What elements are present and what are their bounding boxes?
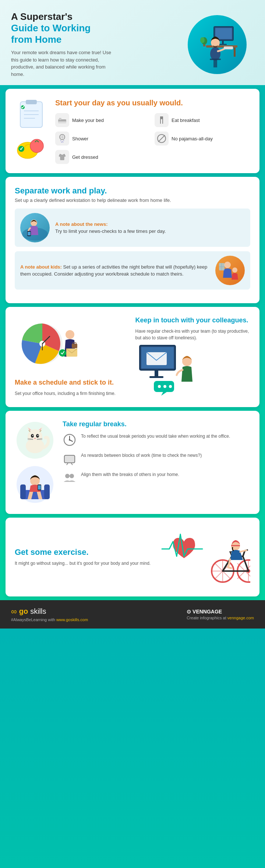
schedule-illustration <box>15 316 85 371</box>
svg-rect-3 <box>222 41 224 44</box>
svg-rect-87 <box>20 484 26 499</box>
section3-inner: Make a schedule and stick to it. Set you… <box>15 316 250 398</box>
item-make-bed-label: Make your bed <box>72 118 104 123</box>
header-title-line1: A Superstar's <box>11 11 180 22</box>
svg-rect-91 <box>38 485 41 490</box>
svg-point-69 <box>158 385 161 388</box>
section2-subtitle: Set up a clearly defined workstation to … <box>15 197 250 203</box>
break-item-3: Align them with the breaks of others in … <box>63 471 250 485</box>
svg-point-39 <box>61 142 62 143</box>
header-title-line2: Guide to Working <box>11 22 180 34</box>
svg-point-95 <box>69 439 70 441</box>
svg-point-14 <box>200 37 205 43</box>
svg-point-48 <box>232 267 237 273</box>
section1-card: Start your day as you usually would. Mak… <box>6 89 259 173</box>
note-news-label: A note about the news: <box>55 221 108 227</box>
svg-line-42 <box>158 135 165 142</box>
svg-point-47 <box>224 262 231 268</box>
section3-card: Make a schedule and stick to it. Set you… <box>6 307 259 407</box>
item-make-bed: Make your bed <box>55 113 151 127</box>
note-kids-label: A note about kids: <box>20 264 62 270</box>
section2-card: Separate work and play. Set up a clearly… <box>6 177 259 303</box>
section4-inner: Take regular breaks. To reflect the usua… <box>15 420 250 505</box>
note-news-box: A note about the news: Try to limit your… <box>15 209 250 247</box>
item-eat-breakfast-label: Eat breakfast <box>172 118 200 123</box>
svg-point-40 <box>63 142 63 143</box>
footer: ∞ go skills #AlwaysBeLearning with www.g… <box>0 600 265 629</box>
note-kids-text: A note about kids: Set up a series of ac… <box>20 263 210 278</box>
footer-logo: ∞ go skills <box>11 607 88 616</box>
svg-point-7 <box>210 47 220 60</box>
item-shower: Shower <box>55 132 151 146</box>
section3-right: Keep in touch with your colleagues. Have… <box>135 316 251 398</box>
footer-create-url[interactable]: venngage.com <box>227 616 254 620</box>
svg-rect-10 <box>210 59 221 60</box>
fork-knife-icon <box>155 113 169 127</box>
section2-title: Separate work and play. <box>15 186 250 196</box>
item-no-pajamas: No pajamas-all-day <box>155 132 250 146</box>
section5-title: Get some exercise. <box>15 547 151 557</box>
items-grid: Make your bed Eat breakfast Shower <box>55 113 250 164</box>
svg-point-37 <box>62 141 63 142</box>
section3-schedule-title: Make a schedule and stick to it. <box>15 378 130 387</box>
note-kids-image <box>215 256 245 285</box>
svg-rect-17 <box>26 100 37 104</box>
footer-tagline-url[interactable]: www.goskills.com <box>56 617 88 622</box>
cat-illustration <box>15 420 55 461</box>
item-no-pajamas-label: No pajamas-all-day <box>172 136 213 141</box>
section3-colleagues-title: Keep in touch with your colleagues. <box>135 316 251 325</box>
footer-go: go <box>19 607 28 616</box>
header-subtitle: Your remote work dreams have come true! … <box>11 49 114 78</box>
svg-rect-88 <box>44 484 50 499</box>
section4-content: Take regular breaks. To reflect the usua… <box>63 420 250 505</box>
section5-body: It might go without saying... but it's g… <box>15 560 151 567</box>
item-eat-breakfast: Eat breakfast <box>155 113 250 127</box>
svg-rect-28 <box>58 122 66 123</box>
svg-rect-46 <box>28 232 31 235</box>
footer-create: Create infographics at venngage.com <box>187 616 254 620</box>
shower-icon <box>55 132 69 146</box>
tv-icon <box>63 452 77 466</box>
fruit-illustration <box>15 135 48 161</box>
break-item-3-text: Align them with the breaks of others in … <box>81 471 179 478</box>
infinity-icon: ∞ <box>11 607 17 616</box>
svg-rect-4 <box>219 44 227 45</box>
item-shower-label: Shower <box>72 136 88 141</box>
clipboard-illustration <box>15 98 48 131</box>
footer-left: ∞ go skills #AlwaysBeLearning with www.g… <box>11 607 88 622</box>
note-news-image <box>20 213 50 242</box>
break-item-1-text: To reflect the usual break periods you w… <box>81 433 230 440</box>
svg-point-70 <box>163 385 166 388</box>
section5-card: Get some exercise. It might go without s… <box>6 518 259 596</box>
svg-rect-97 <box>65 456 74 462</box>
note-news-body: Try to limit your news-checks to a few t… <box>55 228 166 234</box>
section3-schedule-text: Set your office hours, including a firm … <box>15 390 130 397</box>
header-title-line3: from Home <box>11 34 180 45</box>
bed-icon <box>55 113 69 127</box>
svg-point-38 <box>63 140 64 141</box>
note-kids-box: A note about kids: Set up a series of ac… <box>15 251 250 290</box>
section1-inner: Start your day as you usually would. Mak… <box>15 98 250 164</box>
svg-rect-9 <box>224 46 233 49</box>
note-news-text: A note about the news: Try to limit your… <box>55 221 245 235</box>
people-icon <box>63 471 77 485</box>
svg-rect-66 <box>149 376 163 378</box>
shirt-icon <box>55 150 69 164</box>
svg-point-71 <box>169 385 172 388</box>
item-get-dressed: Get dressed <box>55 150 151 164</box>
item-get-dressed-label: Get dressed <box>72 154 98 160</box>
footer-tagline: #AlwaysBeLearning with www.goskills.com <box>11 617 88 622</box>
svg-point-101 <box>70 474 74 478</box>
header-illustration <box>188 15 247 74</box>
section1-content: Start your day as you usually would. Mak… <box>55 98 250 164</box>
section5-inner: Get some exercise. It might go without s… <box>15 527 250 587</box>
section4-items-list: To reflect the usual break periods you w… <box>63 433 250 485</box>
footer-create-text: Create infographics at <box>187 616 227 620</box>
section5-image <box>158 527 250 587</box>
header-image <box>180 17 254 72</box>
section1-title: Start your day as you usually would. <box>55 98 250 108</box>
svg-rect-57 <box>72 344 77 348</box>
clock-icon <box>63 433 77 447</box>
svg-point-56 <box>66 330 74 339</box>
svg-rect-6 <box>234 48 236 57</box>
